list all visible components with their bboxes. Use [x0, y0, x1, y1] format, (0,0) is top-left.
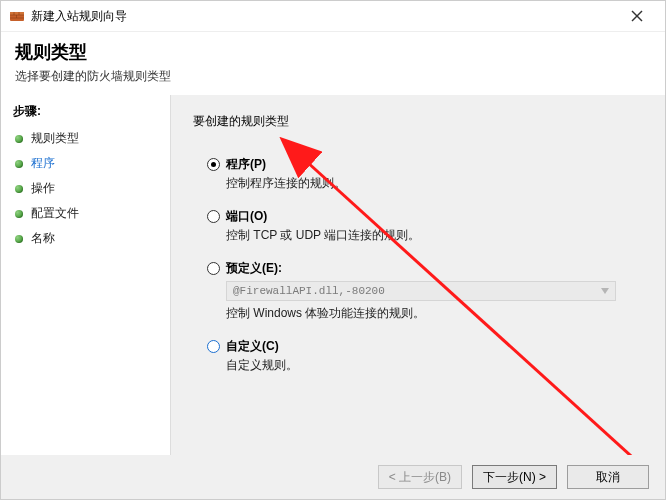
step-action[interactable]: 操作 — [13, 176, 160, 201]
radio-program[interactable] — [207, 158, 220, 171]
wizard-header: 规则类型 选择要创建的防火墙规则类型 — [1, 32, 665, 95]
back-button: < 上一步(B) — [378, 465, 462, 489]
step-name[interactable]: 名称 — [13, 226, 160, 251]
firewall-icon — [9, 8, 25, 24]
wizard-body: 步骤: 规则类型 程序 操作 配置文件 名称 — [1, 95, 665, 455]
wizard-content: 要创建的规则类型 程序(P) 控制程序连接的规则。 端口(O) — [171, 95, 665, 455]
cancel-button[interactable]: 取消 — [567, 465, 649, 489]
close-button[interactable] — [617, 2, 657, 30]
radio-custom-label: 自定义(C) — [226, 338, 279, 355]
svg-rect-1 — [10, 12, 24, 15]
rule-type-radio-group: 程序(P) 控制程序连接的规则。 端口(O) 控制 TCP 或 UDP 端口连接… — [207, 156, 643, 374]
chevron-down-icon — [597, 282, 613, 300]
wizard-window: 新建入站规则向导 规则类型 选择要创建的防火墙规则类型 步骤: 规则类型 程序 — [0, 0, 666, 500]
step-bullet-icon — [15, 160, 23, 168]
radio-custom-desc: 自定义规则。 — [226, 357, 643, 374]
step-label: 配置文件 — [31, 205, 79, 222]
wizard-footer: < 上一步(B) 下一步(N) > 取消 — [1, 455, 665, 499]
radio-program-label: 程序(P) — [226, 156, 266, 173]
step-label: 操作 — [31, 180, 55, 197]
radio-predefined-label: 预定义(E): — [226, 260, 282, 277]
step-bullet-icon — [15, 185, 23, 193]
radio-custom[interactable] — [207, 340, 220, 353]
radio-program-desc: 控制程序连接的规则。 — [226, 175, 643, 192]
titlebar: 新建入站规则向导 — [1, 1, 665, 32]
step-bullet-icon — [15, 135, 23, 143]
radio-port-label: 端口(O) — [226, 208, 267, 225]
page-subtitle: 选择要创建的防火墙规则类型 — [15, 68, 651, 85]
next-button[interactable]: 下一步(N) > — [472, 465, 557, 489]
step-label: 程序 — [31, 155, 55, 172]
predefined-dropdown-value: @FirewallAPI.dll,-80200 — [233, 285, 385, 297]
window-title: 新建入站规则向导 — [31, 8, 611, 25]
radio-row-predefined: 预定义(E): @FirewallAPI.dll,-80200 控制 Windo… — [207, 260, 643, 322]
radio-predefined-desc: 控制 Windows 体验功能连接的规则。 — [226, 305, 643, 322]
steps-heading: 步骤: — [13, 103, 160, 120]
radio-row-port: 端口(O) 控制 TCP 或 UDP 端口连接的规则。 — [207, 208, 643, 244]
step-label: 规则类型 — [31, 130, 79, 147]
radio-row-custom: 自定义(C) 自定义规则。 — [207, 338, 643, 374]
radio-predefined[interactable] — [207, 262, 220, 275]
step-profile[interactable]: 配置文件 — [13, 201, 160, 226]
radio-port-desc: 控制 TCP 或 UDP 端口连接的规则。 — [226, 227, 643, 244]
wizard-sidebar: 步骤: 规则类型 程序 操作 配置文件 名称 — [1, 95, 171, 455]
radio-row-program: 程序(P) 控制程序连接的规则。 — [207, 156, 643, 192]
content-section-label: 要创建的规则类型 — [193, 113, 643, 130]
radio-port[interactable] — [207, 210, 220, 223]
step-bullet-icon — [15, 235, 23, 243]
page-title: 规则类型 — [15, 40, 651, 64]
step-rule-type[interactable]: 规则类型 — [13, 126, 160, 151]
step-program[interactable]: 程序 — [13, 151, 160, 176]
predefined-dropdown[interactable]: @FirewallAPI.dll,-80200 — [226, 281, 616, 301]
close-icon — [631, 10, 643, 22]
svg-marker-9 — [601, 288, 609, 294]
step-bullet-icon — [15, 210, 23, 218]
step-label: 名称 — [31, 230, 55, 247]
